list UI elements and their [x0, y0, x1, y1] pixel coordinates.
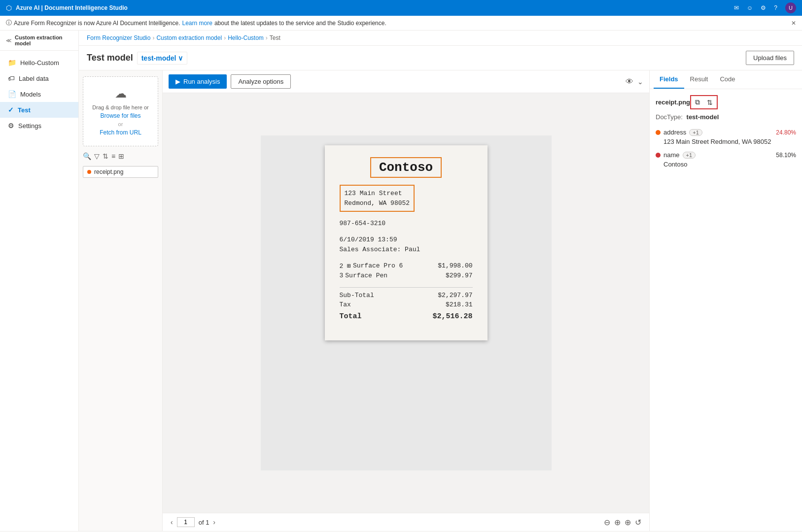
- run-analysis-button[interactable]: ▶ Run analysis: [169, 74, 227, 89]
- tab-result[interactable]: Result: [684, 70, 714, 89]
- sidebar-item-label-data[interactable]: 🏷 Label data: [0, 70, 78, 86]
- name-field-value: Contoso: [656, 161, 796, 168]
- main-layout: ≪ Custom extraction model 📁 Hello-Custom…: [0, 31, 802, 531]
- filter-icon[interactable]: ▽: [94, 152, 100, 160]
- file-status-dot: [87, 170, 91, 174]
- mail-icon[interactable]: ✉: [734, 4, 739, 11]
- sort-button[interactable]: ⇅: [704, 97, 716, 107]
- receipt-date: 6/10/2019 13:59 Sales Associate: Paul: [340, 235, 473, 254]
- breadcrumb-sep-2: ›: [224, 34, 226, 41]
- label-icon: 🏷: [8, 74, 15, 82]
- total-value: $2,516.28: [432, 312, 472, 321]
- total-label: Total: [340, 312, 362, 321]
- tab-code[interactable]: Code: [714, 70, 741, 89]
- item1-price: $1,998.00: [438, 262, 472, 270]
- chevron-down-icon: ∨: [178, 54, 183, 62]
- receipt-associate: Sales Associate: Paul: [340, 246, 420, 253]
- fetch-from-url-link[interactable]: Fetch from URL: [100, 129, 141, 136]
- upload-area: ☁ Drag & drop file here or Browse for fi…: [83, 76, 158, 146]
- emoji-icon[interactable]: ☺: [747, 4, 753, 11]
- page-number-input[interactable]: [177, 517, 195, 527]
- breadcrumb-form-recognizer[interactable]: Form Recognizer Studio: [87, 34, 150, 41]
- receipt-items: 2 ⊞ Surface Pro 6 $1,998.00 3 Surface Pe…: [340, 262, 473, 279]
- tax-value: $218.31: [446, 301, 473, 308]
- item2-name: Surface Pen: [345, 272, 446, 279]
- breadcrumb-custom-extraction[interactable]: Custom extraction model: [156, 34, 222, 41]
- sidebar-title: Custom extraction model: [15, 34, 72, 46]
- sidebar-item-label: Test: [18, 106, 31, 114]
- item2-price: $299.97: [446, 272, 473, 279]
- model-selector[interactable]: test-model ∨: [137, 52, 188, 65]
- receipt-item-row-1: 2 ⊞ Surface Pro 6 $1,998.00: [340, 262, 473, 270]
- breadcrumb-sep-1: ›: [152, 34, 154, 41]
- name-field-name: name: [663, 151, 680, 159]
- doc-viewer: ▶ Run analysis Analyze options 👁 ⌄: [163, 70, 649, 531]
- address-field-badge: +1: [689, 129, 702, 136]
- doctype-row: DocType: test-model: [656, 113, 796, 121]
- copy-button[interactable]: ⧉: [692, 97, 703, 107]
- list-view-icon[interactable]: ≡: [111, 152, 115, 160]
- field-address: address +1 24.80% 123 Main Street Redmon…: [656, 129, 796, 145]
- viewer-toolbar: ▶ Run analysis Analyze options 👁 ⌄: [163, 70, 649, 93]
- run-analysis-label: Run analysis: [183, 78, 220, 85]
- sidebar-item-test[interactable]: ✓ Test: [0, 102, 78, 118]
- receipt-address: 123 Main Street Redmond, WA 98052: [340, 185, 473, 212]
- right-panel-tabs: Fields Result Code: [650, 70, 802, 89]
- upload-files-button[interactable]: Upload files: [746, 51, 794, 65]
- browse-files-link[interactable]: Browse for files: [100, 112, 140, 119]
- profile-avatar[interactable]: U: [785, 2, 796, 13]
- right-panel: Fields Result Code receipt.png ⧉ ⇅: [649, 70, 802, 531]
- file-item[interactable]: receipt.png: [83, 166, 158, 178]
- eye-icon[interactable]: 👁: [626, 77, 633, 86]
- rotate-button[interactable]: ↺: [635, 518, 641, 527]
- breadcrumb: Form Recognizer Studio › Custom extracti…: [79, 31, 802, 46]
- tab-fields[interactable]: Fields: [654, 70, 684, 89]
- notification-text: Azure Form Recognizer is now Azure AI Do…: [14, 20, 180, 27]
- prev-page-button[interactable]: ‹: [171, 518, 173, 526]
- viewer-bottom-bar: ‹ of 1 › ⊖ ⊕ ⊕ ↺: [163, 513, 649, 531]
- zoom-out-button[interactable]: ⊖: [604, 518, 610, 527]
- sidebar-item-models[interactable]: 📄 Models: [0, 86, 78, 102]
- zoom-in-button[interactable]: ⊕: [614, 518, 621, 527]
- drag-drop-text: Drag & drop file here or: [89, 104, 152, 110]
- sidebar-item-settings[interactable]: ⚙ Settings: [0, 118, 78, 133]
- sort-icon[interactable]: ⇅: [103, 152, 108, 160]
- analyze-options-button[interactable]: Analyze options: [231, 74, 291, 89]
- file-panel: ☁ Drag & drop file here or Browse for fi…: [79, 70, 163, 531]
- address-line1: 123 Main Street: [345, 190, 402, 197]
- expand-icon[interactable]: ⌄: [637, 78, 643, 86]
- tax-label: Tax: [340, 301, 351, 308]
- run-icon: ▶: [175, 78, 180, 85]
- settings-icon[interactable]: ⚙: [761, 4, 766, 11]
- fit-page-button[interactable]: ⊕: [625, 518, 631, 527]
- next-page-button[interactable]: ›: [213, 518, 215, 526]
- test-workspace: ☁ Drag & drop file here or Browse for fi…: [79, 70, 802, 531]
- grid-view-icon[interactable]: ⊞: [118, 152, 124, 160]
- title-bar-icons: ✉ ☺ ⚙ ? U: [734, 2, 796, 13]
- file-info: receipt.png ⧉ ⇅ DocType: test-model: [656, 95, 796, 121]
- sidebar-header[interactable]: ≪ Custom extraction model: [0, 31, 78, 51]
- app-logo: ⬡: [6, 4, 12, 12]
- folder-icon: 📁: [8, 59, 16, 66]
- notification-close[interactable]: ✕: [791, 20, 796, 27]
- panel-file-name: receipt.png: [656, 99, 690, 106]
- notification-link[interactable]: Learn more: [182, 20, 212, 27]
- address-field-value: 123 Main Street Redmond, WA 98052: [656, 138, 796, 145]
- collapse-icon: ≪: [6, 37, 12, 44]
- receipt-title: Contoso: [340, 160, 473, 175]
- sidebar-item-hello-custom[interactable]: 📁 Hello-Custom: [0, 55, 78, 70]
- receipt-title-text: Contoso: [370, 157, 442, 178]
- help-icon[interactable]: ?: [774, 4, 777, 11]
- search-icon[interactable]: 🔍: [83, 152, 91, 160]
- content-area: Form Recognizer Studio › Custom extracti…: [79, 31, 802, 531]
- breadcrumb-hello-custom[interactable]: Hello-Custom: [228, 34, 264, 41]
- item1-qty: 2 ⊞: [340, 262, 351, 270]
- sidebar: ≪ Custom extraction model 📁 Hello-Custom…: [0, 31, 79, 531]
- receipt-container: Contoso 123 Main Street Redmond, WA 9805…: [261, 135, 552, 470]
- field-name: name +1 58.10% Contoso: [656, 151, 796, 168]
- receipt-address-box: 123 Main Street Redmond, WA 98052: [340, 185, 415, 212]
- gear-icon: ⚙: [8, 122, 14, 130]
- subtotal-label: Sub-Total: [340, 292, 374, 299]
- notification-rest: about the latest updates to the service …: [214, 20, 386, 27]
- address-confidence: 24.80%: [776, 129, 796, 136]
